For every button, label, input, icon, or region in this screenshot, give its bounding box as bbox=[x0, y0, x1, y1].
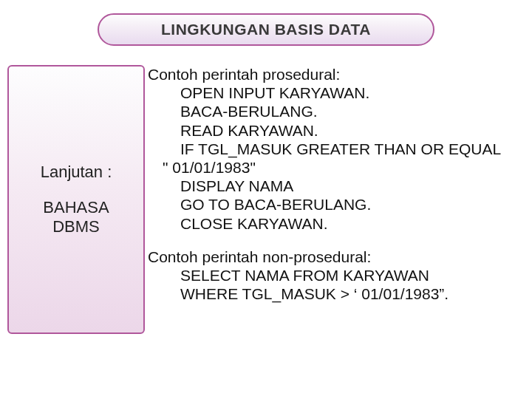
sidebar-card: Lanjutan : BAHASA DBMS bbox=[7, 65, 145, 334]
body-content: Contoh perintah prosedural: OPEN INPUT K… bbox=[148, 65, 525, 303]
code-line: DISPLAY NAMA bbox=[148, 177, 525, 195]
code-line: SELECT NAMA FROM KARYAWAN bbox=[148, 266, 525, 284]
code-line: WHERE TGL_MASUK > ‘ 01/01/1983”. bbox=[148, 284, 525, 303]
code-line: READ KARYAWAN. bbox=[148, 121, 525, 140]
code-line: GO TO BACA-BERULANG. bbox=[148, 195, 525, 214]
code-line: IF TGL_MASUK GREATER THAN OR EQUAL bbox=[148, 140, 525, 158]
sidebar-label-bahasa: BAHASA bbox=[43, 198, 109, 216]
sidebar-label-bahasa-dbms: BAHASA DBMS bbox=[43, 198, 109, 236]
nonprocedural-heading: Contoh perintah non-prosedural: bbox=[148, 248, 525, 266]
sidebar-label-lanjutan: Lanjutan : bbox=[41, 163, 112, 182]
section-nonprocedural: Contoh perintah non-prosedural: SELECT N… bbox=[148, 248, 525, 304]
code-line: CLOSE KARYAWAN. bbox=[148, 214, 525, 233]
code-line: BACA-BERULANG. bbox=[148, 102, 525, 120]
sidebar-label-dbms: DBMS bbox=[52, 217, 100, 236]
title-banner: LINGKUNGAN BASIS DATA bbox=[98, 13, 434, 46]
procedural-heading: Contoh perintah prosedural: bbox=[148, 65, 525, 83]
code-line: OPEN INPUT KARYAWAN. bbox=[148, 83, 525, 102]
page-title: LINGKUNGAN BASIS DATA bbox=[161, 21, 371, 38]
code-line: " 01/01/1983" bbox=[148, 158, 525, 177]
section-procedural: Contoh perintah prosedural: OPEN INPUT K… bbox=[148, 65, 525, 233]
